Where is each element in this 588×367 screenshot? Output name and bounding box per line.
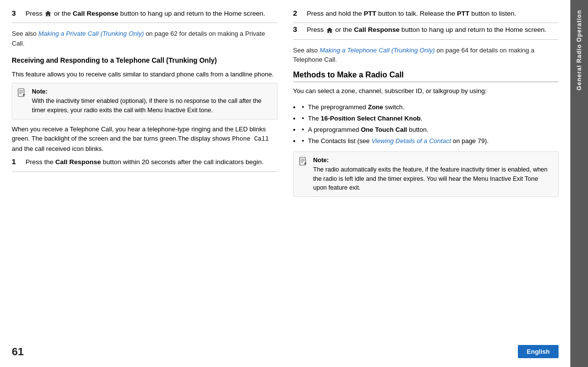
pencil-note-icon-right <box>299 157 307 168</box>
step-2-text: Press and hold the PTT button to talk. R… <box>307 9 516 19</box>
bullet-zone: The preprogrammed Zone switch. <box>308 102 405 113</box>
step-3-top: 3 Press or the Call Response button to h… <box>12 9 278 23</box>
note-box-radio: Note: The radio automatically exits the … <box>293 151 559 197</box>
note-inactivity-content: Note: With the inactivity timer enabled … <box>32 87 272 115</box>
step-3-right-text: Press or the Call Response button to han… <box>307 25 547 35</box>
note-icon-right <box>299 156 309 170</box>
english-badge: English <box>518 345 559 358</box>
telephone-call-heading: Receiving and Responding to a Telephone … <box>12 56 278 66</box>
page-number: 61 <box>12 345 24 358</box>
note-radio-text: The radio automatically exits the featur… <box>313 166 548 192</box>
home-icon <box>45 10 51 17</box>
methods-heading: Methods to Make a Radio Call <box>293 71 559 82</box>
viewing-details-link[interactable]: Viewing Details of a Contact <box>371 137 451 145</box>
bullet-dot: • <box>302 114 305 124</box>
bullet-dot: • <box>302 136 305 147</box>
methods-bullet-list: • The preprogrammed Zone switch. • The 1… <box>293 102 559 147</box>
svg-marker-4 <box>23 94 25 96</box>
phone-call-code: Phone Call <box>232 136 269 143</box>
telephone-call-link[interactable]: Making a Telephone Call (Trunking Only) <box>320 47 435 54</box>
step-number-1: 1 <box>12 157 21 167</box>
list-item: • The Contacts list (see Viewing Details… <box>293 136 559 147</box>
step-3-right: 3 Press or the Call Response button to h… <box>293 25 559 39</box>
note-radio-content: Note: The radio automatically exits the … <box>313 156 554 193</box>
list-item: • A preprogrammed One Touch Call button. <box>293 125 559 135</box>
left-column: 3 Press or the Call Response button to h… <box>12 9 278 341</box>
page-bottom: 61 English <box>12 341 559 358</box>
two-column-layout: 3 Press or the Call Response button to h… <box>12 9 559 341</box>
bullet-channel: The 16-Position Select Channel Knob. <box>308 114 422 124</box>
bullet-dot: • <box>302 125 305 135</box>
telephone-call-desc: This feature allows you to receive calls… <box>12 70 278 79</box>
sidebar-label: General Radio Operation <box>576 10 583 90</box>
note-label-right: Note: <box>313 157 329 164</box>
note-label: Note: <box>32 88 48 95</box>
step-1-text: Press the Call Response button within 20… <box>26 157 264 167</box>
pencil-note-icon <box>17 88 26 99</box>
methods-desc: You can select a zone, channel, subscrib… <box>293 86 559 96</box>
body-text-2: and the call received icon blinks. <box>12 145 103 152</box>
bullet-onetouchcall: A preprogrammed One Touch Call button. <box>308 125 428 135</box>
step-number-2: 2 <box>293 9 302 19</box>
step-2: 2 Press and hold the PTT button to talk.… <box>293 9 559 23</box>
list-item: • The preprogrammed Zone switch. <box>293 102 559 113</box>
body-text-1: When you receive a Telephone Call, you h… <box>12 125 266 143</box>
step-3-text: Press or the Call Response button to han… <box>26 9 265 19</box>
see-also-private: See also Making a Private Call (Trunking… <box>12 29 278 48</box>
list-item: • The 16-Position Select Channel Knob. <box>293 114 559 124</box>
note-icon <box>17 87 28 101</box>
private-call-link[interactable]: Making a Private Call (Trunking Only) <box>38 30 144 37</box>
home-icon-right <box>326 27 333 34</box>
see-also-telephone: See also Making a Telephone Call (Trunki… <box>293 46 559 65</box>
note-text: With the inactivity timer enabled (optio… <box>32 98 261 114</box>
svg-marker-9 <box>304 162 307 165</box>
telephone-call-body: When you receive a Telephone Call, you h… <box>12 124 278 154</box>
bullet-dot: • <box>302 102 305 113</box>
step-number-3: 3 <box>12 9 21 19</box>
note-box-inactivity: Note: With the inactivity timer enabled … <box>12 83 278 119</box>
step-1: 1 Press the Call Response button within … <box>12 157 278 171</box>
bullet-contacts: The Contacts list (see Viewing Details o… <box>308 136 488 147</box>
step-number-3-right: 3 <box>293 25 302 35</box>
sidebar-right: General Radio Operation <box>570 0 588 367</box>
right-column: 2 Press and hold the PTT button to talk.… <box>293 9 559 341</box>
main-content: 3 Press or the Call Response button to h… <box>0 0 570 367</box>
